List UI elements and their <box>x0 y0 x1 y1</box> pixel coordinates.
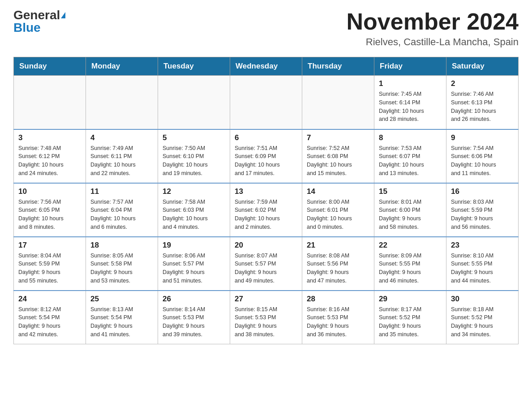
day-number: 24 <box>18 295 81 304</box>
weekday-header-monday: Monday <box>86 57 158 76</box>
logo-general-text: General <box>13 9 60 21</box>
day-info: Sunrise: 7:54 AM Sunset: 6:06 PM Dayligh… <box>451 144 514 178</box>
calendar-cell: 2Sunrise: 7:46 AM Sunset: 6:13 PM Daylig… <box>446 76 519 129</box>
day-number: 19 <box>163 241 225 250</box>
day-number: 16 <box>451 187 514 196</box>
day-info: Sunrise: 8:08 AM Sunset: 5:56 PM Dayligh… <box>307 252 369 285</box>
weekday-header-wednesday: Wednesday <box>230 57 302 76</box>
calendar-week-row: 24Sunrise: 8:12 AM Sunset: 5:54 PM Dayli… <box>14 291 519 344</box>
day-info: Sunrise: 8:06 AM Sunset: 5:57 PM Dayligh… <box>163 252 225 285</box>
day-info: Sunrise: 8:03 AM Sunset: 5:59 PM Dayligh… <box>451 198 514 231</box>
calendar-cell: 18Sunrise: 8:05 AM Sunset: 5:58 PM Dayli… <box>86 237 158 291</box>
day-info: Sunrise: 8:16 AM Sunset: 5:53 PM Dayligh… <box>307 305 369 339</box>
calendar-cell: 7Sunrise: 7:52 AM Sunset: 6:08 PM Daylig… <box>302 129 374 183</box>
weekday-header-tuesday: Tuesday <box>158 57 230 76</box>
calendar-cell: 5Sunrise: 7:50 AM Sunset: 6:10 PM Daylig… <box>158 129 230 183</box>
day-info: Sunrise: 7:46 AM Sunset: 6:13 PM Dayligh… <box>451 90 514 124</box>
day-info: Sunrise: 7:45 AM Sunset: 6:14 PM Dayligh… <box>379 90 442 124</box>
day-number: 3 <box>18 133 81 142</box>
calendar-week-row: 3Sunrise: 7:48 AM Sunset: 6:12 PM Daylig… <box>14 129 519 183</box>
day-info: Sunrise: 7:48 AM Sunset: 6:12 PM Dayligh… <box>18 144 81 178</box>
day-info: Sunrise: 7:49 AM Sunset: 6:11 PM Dayligh… <box>90 144 153 178</box>
weekday-header-friday: Friday <box>374 57 446 76</box>
day-info: Sunrise: 7:50 AM Sunset: 6:10 PM Dayligh… <box>163 144 225 178</box>
calendar-cell <box>14 76 86 129</box>
day-number: 12 <box>163 187 225 196</box>
calendar-cell: 20Sunrise: 8:07 AM Sunset: 5:57 PM Dayli… <box>230 237 302 291</box>
calendar-cell <box>158 76 230 129</box>
day-number: 11 <box>90 187 153 196</box>
calendar-week-row: 10Sunrise: 7:56 AM Sunset: 6:05 PM Dayli… <box>14 183 519 237</box>
title-section: November 2024 Rielves, Castille-La Manch… <box>347 9 519 48</box>
calendar-cell: 12Sunrise: 7:58 AM Sunset: 6:03 PM Dayli… <box>158 183 230 237</box>
logo: General Blue <box>13 9 65 34</box>
day-number: 25 <box>90 295 153 304</box>
day-info: Sunrise: 7:51 AM Sunset: 6:09 PM Dayligh… <box>235 144 297 178</box>
calendar-header-row: SundayMondayTuesdayWednesdayThursdayFrid… <box>14 57 519 76</box>
calendar-cell: 27Sunrise: 8:15 AM Sunset: 5:53 PM Dayli… <box>230 291 302 344</box>
day-number: 8 <box>379 133 442 142</box>
day-info: Sunrise: 8:07 AM Sunset: 5:57 PM Dayligh… <box>235 252 297 285</box>
calendar-cell: 22Sunrise: 8:09 AM Sunset: 5:55 PM Dayli… <box>374 237 446 291</box>
day-info: Sunrise: 8:10 AM Sunset: 5:55 PM Dayligh… <box>451 252 514 285</box>
calendar-cell: 24Sunrise: 8:12 AM Sunset: 5:54 PM Dayli… <box>14 291 86 344</box>
calendar-cell: 11Sunrise: 7:57 AM Sunset: 6:04 PM Dayli… <box>86 183 158 237</box>
calendar-cell <box>230 76 302 129</box>
calendar-cell: 3Sunrise: 7:48 AM Sunset: 6:12 PM Daylig… <box>14 129 86 183</box>
calendar-cell <box>302 76 374 129</box>
day-info: Sunrise: 7:52 AM Sunset: 6:08 PM Dayligh… <box>307 144 369 178</box>
calendar-table: SundayMondayTuesdayWednesdayThursdayFrid… <box>13 57 519 344</box>
day-number: 10 <box>18 187 81 196</box>
logo-blue-text: Blue <box>13 21 41 34</box>
calendar-week-row: 17Sunrise: 8:04 AM Sunset: 5:59 PM Dayli… <box>14 237 519 291</box>
day-info: Sunrise: 8:04 AM Sunset: 5:59 PM Dayligh… <box>18 252 81 285</box>
day-number: 4 <box>90 133 153 142</box>
day-number: 22 <box>379 241 442 250</box>
day-number: 26 <box>163 295 225 304</box>
day-number: 5 <box>163 133 225 142</box>
logo-triangle-icon <box>61 12 65 18</box>
day-info: Sunrise: 7:58 AM Sunset: 6:03 PM Dayligh… <box>163 198 225 231</box>
calendar-cell: 19Sunrise: 8:06 AM Sunset: 5:57 PM Dayli… <box>158 237 230 291</box>
day-info: Sunrise: 8:18 AM Sunset: 5:52 PM Dayligh… <box>451 305 514 339</box>
day-number: 2 <box>451 79 514 88</box>
day-number: 14 <box>307 187 369 196</box>
day-number: 27 <box>235 295 297 304</box>
calendar-cell: 6Sunrise: 7:51 AM Sunset: 6:09 PM Daylig… <box>230 129 302 183</box>
day-number: 15 <box>379 187 442 196</box>
day-info: Sunrise: 8:14 AM Sunset: 5:53 PM Dayligh… <box>163 305 225 339</box>
day-info: Sunrise: 8:00 AM Sunset: 6:01 PM Dayligh… <box>307 198 369 231</box>
day-info: Sunrise: 7:56 AM Sunset: 6:05 PM Dayligh… <box>18 198 81 231</box>
day-info: Sunrise: 7:53 AM Sunset: 6:07 PM Dayligh… <box>379 144 442 178</box>
calendar-cell: 28Sunrise: 8:16 AM Sunset: 5:53 PM Dayli… <box>302 291 374 344</box>
calendar-cell: 30Sunrise: 8:18 AM Sunset: 5:52 PM Dayli… <box>446 291 519 344</box>
calendar-cell: 13Sunrise: 7:59 AM Sunset: 6:02 PM Dayli… <box>230 183 302 237</box>
day-info: Sunrise: 8:05 AM Sunset: 5:58 PM Dayligh… <box>90 252 153 285</box>
day-info: Sunrise: 8:15 AM Sunset: 5:53 PM Dayligh… <box>235 305 297 339</box>
calendar-cell: 26Sunrise: 8:14 AM Sunset: 5:53 PM Dayli… <box>158 291 230 344</box>
calendar-cell: 8Sunrise: 7:53 AM Sunset: 6:07 PM Daylig… <box>374 129 446 183</box>
day-number: 9 <box>451 133 514 142</box>
weekday-header-thursday: Thursday <box>302 57 374 76</box>
calendar-cell: 23Sunrise: 8:10 AM Sunset: 5:55 PM Dayli… <box>446 237 519 291</box>
calendar-cell: 10Sunrise: 7:56 AM Sunset: 6:05 PM Dayli… <box>14 183 86 237</box>
weekday-header-sunday: Sunday <box>14 57 86 76</box>
day-info: Sunrise: 8:13 AM Sunset: 5:54 PM Dayligh… <box>90 305 153 339</box>
day-info: Sunrise: 8:12 AM Sunset: 5:54 PM Dayligh… <box>18 305 81 339</box>
calendar-cell <box>86 76 158 129</box>
day-info: Sunrise: 8:09 AM Sunset: 5:55 PM Dayligh… <box>379 252 442 285</box>
day-number: 30 <box>451 295 514 304</box>
day-number: 1 <box>379 79 442 88</box>
calendar-cell: 14Sunrise: 8:00 AM Sunset: 6:01 PM Dayli… <box>302 183 374 237</box>
calendar-cell: 21Sunrise: 8:08 AM Sunset: 5:56 PM Dayli… <box>302 237 374 291</box>
day-number: 18 <box>90 241 153 250</box>
calendar-cell: 15Sunrise: 8:01 AM Sunset: 6:00 PM Dayli… <box>374 183 446 237</box>
calendar-cell: 25Sunrise: 8:13 AM Sunset: 5:54 PM Dayli… <box>86 291 158 344</box>
calendar-cell: 16Sunrise: 8:03 AM Sunset: 5:59 PM Dayli… <box>446 183 519 237</box>
day-number: 28 <box>307 295 369 304</box>
day-number: 23 <box>451 241 514 250</box>
calendar-cell: 29Sunrise: 8:17 AM Sunset: 5:52 PM Dayli… <box>374 291 446 344</box>
day-info: Sunrise: 8:17 AM Sunset: 5:52 PM Dayligh… <box>379 305 442 339</box>
day-info: Sunrise: 7:57 AM Sunset: 6:04 PM Dayligh… <box>90 198 153 231</box>
day-number: 20 <box>235 241 297 250</box>
